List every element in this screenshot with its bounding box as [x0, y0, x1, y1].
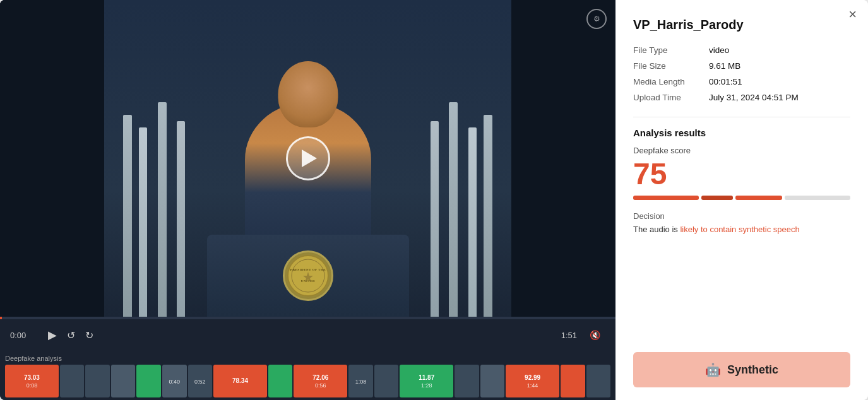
decision-label: Decision — [633, 211, 850, 221]
cell-2[interactable] — [60, 365, 85, 397]
close-button[interactable]: × — [848, 8, 857, 21]
video-area[interactable]: PRESIDENT OF THE UNITED ⚙ — [0, 0, 615, 317]
svg-text:UNITED: UNITED — [300, 279, 314, 283]
meta-row-filetype: File Type video — [633, 42, 850, 58]
cell-9[interactable] — [268, 365, 293, 397]
cell-7[interactable]: 0:52 — [188, 365, 213, 397]
meta-label-medialength: Media Length — [633, 74, 709, 90]
cell-16[interactable]: 92.99 1:44 — [506, 365, 559, 397]
file-title: VP_Harris_Parody — [633, 18, 850, 32]
cell-8[interactable]: 78.34 — [213, 365, 267, 397]
robot-icon: 🤖 — [705, 362, 721, 377]
meta-label-filetype: File Type — [633, 42, 709, 58]
decision-link[interactable]: likely to contain synthetic speech — [680, 225, 799, 234]
cell-6[interactable]: 0:40 — [162, 365, 187, 397]
synthetic-button-label: Synthetic — [727, 363, 778, 377]
cell-11[interactable]: 1:08 — [348, 365, 373, 397]
controls-bar: 0:00 ▶ ↺ ↻ 1:51 🔇 — [0, 319, 615, 351]
video-placeholder: PRESIDENT OF THE UNITED ⚙ — [0, 0, 615, 317]
cell-1[interactable]: 73.03 0:08 — [5, 365, 59, 397]
meta-row-filesize: File Size 9.61 MB — [633, 58, 850, 74]
score-bar-4 — [785, 196, 850, 200]
meta-row-uploadtime: Upload Time July 31, 2024 04:51 PM — [633, 90, 850, 105]
seal: PRESIDENT OF THE UNITED — [283, 250, 333, 301]
cell-10[interactable]: 72.06 0:56 — [294, 365, 347, 397]
meta-table: File Type video File Size 9.61 MB Media … — [633, 42, 850, 105]
watermark-icon: ⚙ — [586, 9, 607, 29]
cell-18[interactable] — [586, 365, 611, 397]
score-bar-3 — [735, 196, 783, 200]
meta-value-uploadtime: July 31, 2024 04:51 PM — [709, 90, 850, 105]
podium: PRESIDENT OF THE UNITED — [207, 235, 409, 317]
divider-1 — [633, 117, 850, 117]
meta-label-uploadtime: Upload Time — [633, 90, 709, 105]
cell-14[interactable] — [455, 365, 479, 397]
cell-12[interactable] — [374, 365, 399, 397]
score-bar-2 — [701, 196, 733, 200]
time-total: 1:51 — [561, 331, 577, 340]
modal-container: × — [0, 0, 868, 400]
deepfake-score-label: Deepfake score — [633, 146, 850, 155]
time-current: 0:00 — [10, 331, 35, 340]
video-panel: PRESIDENT OF THE UNITED ⚙ — [0, 0, 615, 400]
strip-label: Deepfake analysis — [5, 355, 610, 362]
meta-value-medialength: 00:01:51 — [709, 74, 850, 90]
meta-value-filesize: 9.61 MB — [709, 58, 850, 74]
deepfake-analysis-strip: Deepfake analysis 73.03 0:08 0:40 — [0, 351, 615, 400]
timeline-bar[interactable] — [0, 317, 615, 319]
decision-text: The audio is likely to contain synthetic… — [633, 225, 850, 234]
decision-prefix: The audio is — [633, 225, 680, 234]
volume-button[interactable]: 🔇 — [585, 327, 605, 343]
strip-cells: 73.03 0:08 0:40 0:52 — [5, 365, 610, 397]
cell-17[interactable] — [561, 365, 585, 397]
deepfake-score-value: 75 — [633, 159, 850, 189]
score-bar-1 — [633, 196, 699, 200]
meta-row-medialength: Media Length 00:01:51 — [633, 74, 850, 90]
cell-15[interactable] — [480, 365, 505, 397]
forward-button[interactable]: ↻ — [80, 327, 98, 344]
synthetic-button[interactable]: 🤖 Synthetic — [633, 352, 850, 387]
info-panel: VP_Harris_Parody File Type video File Si… — [615, 0, 868, 400]
cell-4[interactable] — [111, 365, 136, 397]
timeline-progress — [0, 317, 2, 319]
score-bars — [633, 196, 850, 200]
cell-5[interactable] — [136, 365, 161, 397]
play-button-overlay[interactable] — [286, 136, 330, 180]
cell-13[interactable]: 11.87 1:28 — [400, 365, 453, 397]
play-icon — [302, 150, 317, 167]
meta-value-filetype: video — [709, 42, 850, 58]
svg-text:PRESIDENT OF THE: PRESIDENT OF THE — [290, 268, 325, 271]
rewind-button[interactable]: ↺ — [62, 327, 80, 344]
play-pause-button[interactable]: ▶ — [43, 326, 62, 344]
meta-label-filesize: File Size — [633, 58, 709, 74]
cell-3[interactable] — [85, 365, 110, 397]
analysis-section-title: Analysis results — [633, 127, 850, 138]
